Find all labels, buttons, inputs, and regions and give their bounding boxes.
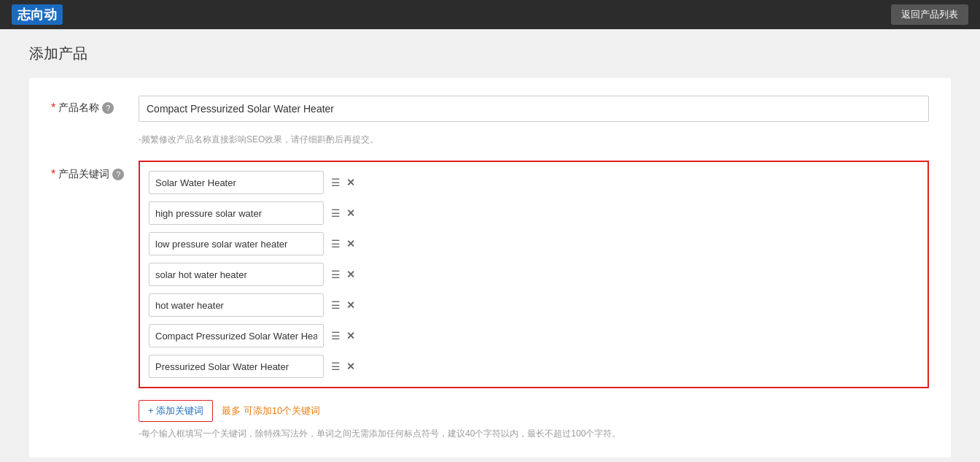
seo-hint: -频繁修改产品名称直接影响SEO效果，请仔细斟酌后再提交。 — [139, 134, 929, 146]
keyword-row: ☰✕ — [149, 171, 919, 194]
product-name-label: * 产品名称 ? — [51, 96, 139, 115]
keyword-row: ☰✕ — [149, 232, 919, 255]
remove-keyword-button-6[interactable]: ✕ — [346, 361, 355, 372]
drag-icon-5[interactable]: ☰ — [331, 330, 341, 342]
keyword-input-5[interactable] — [149, 324, 324, 347]
add-keyword-area: + 添加关键词 最多 可添加10个关键词 — [139, 400, 929, 422]
drag-icon-1[interactable]: ☰ — [331, 207, 341, 219]
help-icon[interactable]: ? — [102, 102, 114, 114]
required-star: * — [51, 101, 55, 115]
back-button[interactable]: 返回产品列表 — [891, 4, 968, 25]
drag-icon-0[interactable]: ☰ — [331, 177, 341, 188]
page-title: 添加产品 — [29, 44, 951, 63]
keywords-box: ☰✕☰✕☰✕☰✕☰✕☰✕☰✕ — [139, 161, 929, 388]
keyword-input-4[interactable] — [149, 293, 324, 317]
remove-keyword-button-4[interactable]: ✕ — [346, 299, 355, 311]
product-name-row: * 产品名称 ? — [51, 96, 929, 122]
remove-keyword-button-3[interactable]: ✕ — [346, 269, 355, 280]
drag-icon-6[interactable]: ☰ — [331, 361, 341, 372]
keywords-label: * 产品关键词 ? — [51, 161, 139, 181]
keyword-input-3[interactable] — [149, 263, 324, 286]
keyword-input-1[interactable] — [149, 201, 324, 225]
keywords-help-icon[interactable]: ? — [112, 169, 124, 180]
remove-keyword-button-0[interactable]: ✕ — [346, 177, 355, 188]
product-name-input[interactable] — [139, 96, 929, 122]
keyword-input-2[interactable] — [149, 232, 324, 255]
keyword-row: ☰✕ — [149, 324, 919, 347]
main-content: 添加产品 * 产品名称 ? -频繁修改产品名称直接影响SEO效果，请仔细斟酌后再… — [0, 29, 980, 462]
logo-area: 志向动 — [12, 4, 63, 25]
keyword-tip: -每个输入框填写一个关键词，除特殊写法外，单词之间无需添加任何标点符号，建议40… — [139, 428, 929, 440]
remove-keyword-button-5[interactable]: ✕ — [346, 330, 355, 342]
keywords-label-text: 产品关键词 — [58, 168, 109, 181]
keyword-input-0[interactable] — [149, 171, 324, 194]
remove-keyword-button-2[interactable]: ✕ — [346, 238, 355, 250]
form-card: * 产品名称 ? -频繁修改产品名称直接影响SEO效果，请仔细斟酌后再提交。 *… — [29, 78, 951, 458]
keywords-row: * 产品关键词 ? ☰✕☰✕☰✕☰✕☰✕☰✕☰✕ — [51, 161, 929, 388]
keyword-row: ☰✕ — [149, 293, 919, 317]
drag-icon-4[interactable]: ☰ — [331, 299, 341, 311]
keyword-row: ☰✕ — [149, 263, 919, 286]
keyword-row: ☰✕ — [149, 355, 919, 378]
keyword-row: ☰✕ — [149, 201, 919, 225]
keyword-input-6[interactable] — [149, 355, 324, 378]
top-nav: 志向动 返回产品列表 — [0, 0, 980, 29]
add-keyword-button[interactable]: + 添加关键词 — [139, 400, 213, 422]
drag-icon-2[interactable]: ☰ — [331, 238, 341, 250]
remove-keyword-button-1[interactable]: ✕ — [346, 207, 355, 219]
logo: 志向动 — [12, 4, 63, 25]
required-star-kw: * — [51, 168, 55, 181]
label-text: 产品名称 — [58, 101, 99, 115]
max-keywords-hint: 最多 可添加10个关键词 — [222, 404, 320, 417]
drag-icon-3[interactable]: ☰ — [331, 269, 341, 280]
